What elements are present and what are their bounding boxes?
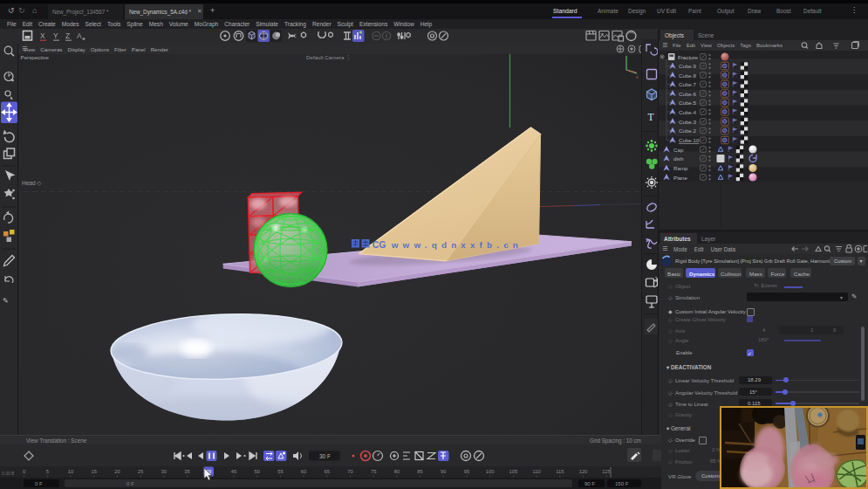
svg-text:10: 10 bbox=[68, 469, 73, 474]
svg-text:110: 110 bbox=[532, 469, 540, 474]
svg-text:90: 90 bbox=[441, 469, 446, 474]
svg-text:70: 70 bbox=[347, 469, 352, 474]
svg-text:Perspective: Perspective bbox=[21, 54, 50, 60]
svg-text:65: 65 bbox=[325, 469, 330, 474]
svg-text:www.qdnxxfb.cn: www.qdnxxfb.cn bbox=[391, 240, 523, 250]
svg-text:Plane: Plane bbox=[673, 175, 687, 181]
svg-text:45: 45 bbox=[231, 469, 236, 474]
svg-text:95: 95 bbox=[464, 469, 469, 474]
svg-text:CG: CG bbox=[372, 239, 386, 250]
svg-text:35: 35 bbox=[184, 469, 189, 474]
svg-text:115: 115 bbox=[556, 469, 564, 474]
svg-text:Cube.3: Cube.3 bbox=[679, 119, 697, 125]
svg-text:15: 15 bbox=[91, 469, 96, 474]
svg-text:80: 80 bbox=[394, 469, 400, 474]
svg-text:75: 75 bbox=[371, 469, 376, 474]
svg-text:85: 85 bbox=[417, 469, 422, 474]
svg-text:T: T bbox=[648, 112, 654, 122]
svg-text:Cube.5: Cube.5 bbox=[679, 100, 697, 106]
svg-text:105: 105 bbox=[509, 469, 518, 474]
svg-text:30: 30 bbox=[161, 469, 167, 474]
svg-text:Cube.10: Cube.10 bbox=[679, 137, 700, 143]
svg-text:100: 100 bbox=[486, 469, 495, 474]
svg-text:20: 20 bbox=[114, 469, 120, 474]
svg-text:50: 50 bbox=[254, 469, 259, 474]
svg-text:x: x bbox=[636, 74, 639, 79]
svg-text:X: X bbox=[40, 31, 45, 40]
svg-text:A: A bbox=[77, 31, 82, 40]
svg-text:120: 120 bbox=[579, 469, 588, 474]
svg-text:Cube.6: Cube.6 bbox=[679, 91, 697, 97]
svg-text:✎: ✎ bbox=[3, 297, 9, 305]
svg-text:5: 5 bbox=[46, 469, 49, 474]
svg-text:Z: Z bbox=[65, 31, 70, 40]
svg-text:dish: dish bbox=[673, 155, 684, 162]
svg-text:Fracture: Fracture bbox=[678, 54, 699, 60]
svg-text:Cube.9: Cube.9 bbox=[679, 63, 697, 69]
svg-text:60: 60 bbox=[301, 469, 306, 474]
svg-text:30 F: 30 F bbox=[319, 453, 331, 459]
svg-text:0: 0 bbox=[23, 469, 25, 474]
svg-text:Cube.2: Cube.2 bbox=[679, 127, 697, 134]
svg-text:Head ◇: Head ◇ bbox=[22, 180, 41, 186]
svg-text:Cube.4: Cube.4 bbox=[679, 109, 697, 115]
svg-text:55: 55 bbox=[277, 469, 283, 474]
svg-text:Cube.7: Cube.7 bbox=[679, 81, 697, 87]
svg-text:Cap: Cap bbox=[673, 147, 684, 153]
svg-text:Ramp: Ramp bbox=[673, 165, 688, 171]
svg-text:25: 25 bbox=[138, 469, 143, 474]
svg-text:125: 125 bbox=[602, 469, 611, 474]
svg-text:Y: Y bbox=[53, 31, 58, 40]
svg-text:Cube.8: Cube.8 bbox=[679, 72, 697, 79]
